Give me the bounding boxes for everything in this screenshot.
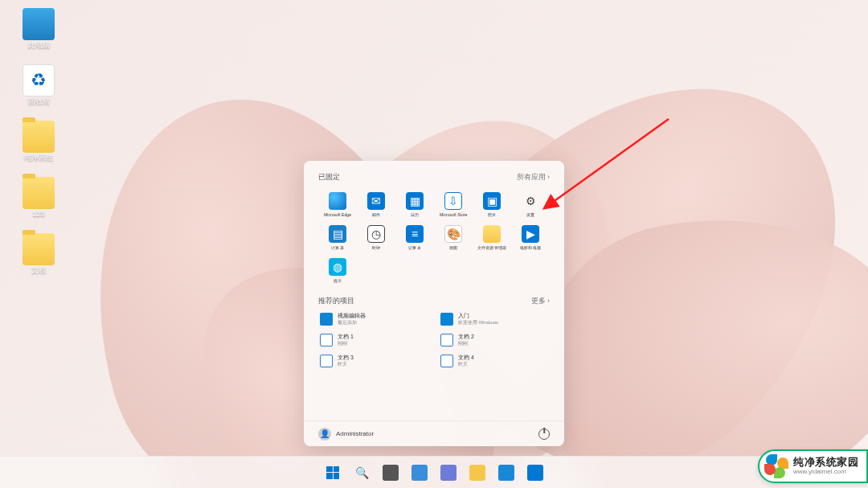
all-apps-button[interactable]: 所有应用 bbox=[517, 172, 551, 182]
folder-1-icon bbox=[23, 121, 55, 153]
taskbar-chat[interactable] bbox=[436, 461, 461, 485]
recommended-item-text: 入门欢迎使用 Windows bbox=[458, 313, 498, 326]
recycle-bin-icon: ♻ bbox=[23, 64, 55, 96]
pinned-label: 计算器 bbox=[331, 245, 343, 249]
file-explorer-icon bbox=[469, 465, 485, 481]
widgets-icon bbox=[411, 465, 428, 481]
watermark-url: www.yidaimei.com bbox=[793, 469, 858, 476]
recommended-item[interactable]: 文档 2刚刚 bbox=[439, 332, 550, 348]
notepad-icon: ≡ bbox=[406, 225, 424, 243]
recommended-item[interactable]: 文档 3昨天 bbox=[318, 353, 429, 369]
avatar-icon: 👤 bbox=[318, 428, 331, 441]
edge-icon bbox=[329, 192, 346, 210]
taskbar-edge[interactable] bbox=[494, 461, 518, 485]
recommended-item[interactable]: 文档 1刚刚 bbox=[318, 332, 429, 348]
recommended-header: 推荐的项目 bbox=[318, 296, 354, 306]
pinned-label: 文件资源管理器 bbox=[477, 245, 506, 249]
taskbar-file-explorer[interactable] bbox=[465, 461, 489, 485]
calendar-icon: ▦ bbox=[406, 192, 424, 210]
desktop-icon-recycle-bin[interactable]: ♻回收站 bbox=[16, 64, 61, 106]
recommended-item-icon bbox=[320, 334, 333, 347]
movies-icon: ▶ bbox=[522, 225, 539, 243]
desktop-icon-label: 回收站 bbox=[16, 98, 61, 106]
settings-icon: ⚙ bbox=[522, 192, 539, 210]
pinned-header: 已固定 bbox=[318, 172, 340, 182]
taskbar: 🔍 ˄ 中 ⇅ 🔊 bbox=[0, 456, 868, 488]
taskbar-start[interactable] bbox=[321, 461, 345, 485]
recommended-item-icon bbox=[440, 355, 453, 367]
watermark-title: 纯净系统家园 bbox=[793, 457, 858, 468]
folder-2-icon bbox=[23, 177, 55, 209]
chat-icon bbox=[440, 465, 457, 481]
paint-icon: 🎨 bbox=[444, 225, 462, 243]
pinned-file-explorer[interactable]: 文件资源管理器 bbox=[473, 222, 511, 253]
desktop-icon-folder-3[interactable]: 文档 bbox=[16, 233, 61, 275]
folder-3-icon bbox=[23, 233, 55, 265]
pinned-label: 照片 bbox=[488, 212, 496, 216]
pinned-notepad[interactable]: ≡记事本 bbox=[395, 222, 434, 253]
desktop-icon-folder-1[interactable]: 纯净系统 bbox=[16, 121, 61, 162]
pinned-clock[interactable]: ◷时钟 bbox=[357, 222, 395, 253]
watermark-logo-icon bbox=[764, 454, 788, 478]
file-explorer-icon bbox=[483, 225, 501, 243]
calculator-icon: ▤ bbox=[329, 225, 346, 243]
photos-icon: ▣ bbox=[483, 192, 501, 210]
user-account-button[interactable]: 👤 Administrator bbox=[318, 428, 374, 441]
pinned-store[interactable]: ⇩Microsoft Store bbox=[434, 189, 473, 220]
recommended-item-text: 文档 1刚刚 bbox=[338, 334, 354, 347]
pinned-label: Microsoft Store bbox=[440, 212, 467, 216]
taskbar-store[interactable] bbox=[523, 461, 547, 485]
task-view-icon bbox=[383, 465, 399, 481]
start-icon bbox=[326, 466, 339, 479]
this-pc-icon bbox=[23, 8, 55, 40]
pinned-label: 电影和电视 bbox=[520, 245, 541, 249]
recommended-item-text: 视频编辑器最近添加 bbox=[338, 313, 366, 326]
pinned-label: 邮件 bbox=[372, 212, 380, 216]
pinned-settings[interactable]: ⚙设置 bbox=[511, 189, 550, 220]
clock-icon: ◷ bbox=[367, 225, 385, 243]
pinned-label: 画图 bbox=[449, 245, 457, 249]
pinned-calculator[interactable]: ▤计算器 bbox=[318, 222, 357, 253]
taskbar-widgets[interactable] bbox=[407, 461, 432, 485]
pinned-edge[interactable]: Microsoft Edge bbox=[318, 189, 357, 220]
taskbar-search[interactable]: 🔍 bbox=[350, 461, 374, 485]
user-name: Administrator bbox=[336, 430, 374, 437]
recommended-item-icon bbox=[440, 334, 453, 347]
recommended-item-text: 文档 4昨天 bbox=[458, 355, 474, 367]
desktop-icon-label: 文档 bbox=[16, 267, 61, 275]
pinned-tips[interactable]: ◍提示 bbox=[318, 255, 357, 286]
pinned-label: 日历 bbox=[411, 212, 419, 216]
recommended-item-icon bbox=[320, 313, 333, 326]
edge-icon bbox=[498, 465, 514, 481]
more-button[interactable]: 更多 bbox=[531, 296, 551, 306]
desktop-icon-label: 123 bbox=[16, 211, 61, 219]
recommended-item-text: 文档 3昨天 bbox=[338, 355, 354, 367]
desktop-icon-label: 纯净系统 bbox=[16, 154, 61, 162]
pinned-calendar[interactable]: ▦日历 bbox=[395, 189, 434, 220]
recommended-item[interactable]: 文档 4昨天 bbox=[439, 353, 550, 369]
desktop-icon-label: 此电脑 bbox=[16, 42, 61, 50]
search-icon: 🔍 bbox=[355, 466, 369, 479]
pinned-mail[interactable]: ✉邮件 bbox=[357, 189, 395, 220]
start-menu: 已固定 所有应用 Microsoft Edge✉邮件▦日历⇩Microsoft … bbox=[304, 161, 564, 446]
pinned-label: 时钟 bbox=[372, 245, 380, 249]
watermark-badge: 纯净系统家园 www.yidaimei.com bbox=[758, 449, 868, 483]
desktop-icon-this-pc[interactable]: 此电脑 bbox=[16, 8, 61, 50]
tips-icon: ◍ bbox=[329, 258, 346, 276]
desktop-icon-folder-2[interactable]: 123 bbox=[16, 177, 61, 219]
pinned-paint[interactable]: 🎨画图 bbox=[434, 222, 473, 253]
store-icon: ⇩ bbox=[444, 192, 462, 210]
pinned-label: 提示 bbox=[334, 278, 342, 282]
pinned-label: 记事本 bbox=[408, 245, 420, 249]
pinned-movies[interactable]: ▶电影和电视 bbox=[511, 222, 550, 253]
recommended-item-text: 文档 2刚刚 bbox=[458, 334, 474, 347]
pinned-label: 设置 bbox=[526, 212, 534, 216]
recommended-item[interactable]: 视频编辑器最近添加 bbox=[318, 311, 429, 327]
store-icon bbox=[527, 465, 543, 481]
power-button[interactable] bbox=[538, 429, 550, 440]
pinned-photos[interactable]: ▣照片 bbox=[473, 189, 511, 220]
taskbar-task-view[interactable] bbox=[379, 461, 403, 485]
recommended-item[interactable]: 入门欢迎使用 Windows bbox=[439, 311, 550, 327]
recommended-item-icon bbox=[320, 355, 333, 367]
recommended-item-icon bbox=[440, 313, 453, 326]
